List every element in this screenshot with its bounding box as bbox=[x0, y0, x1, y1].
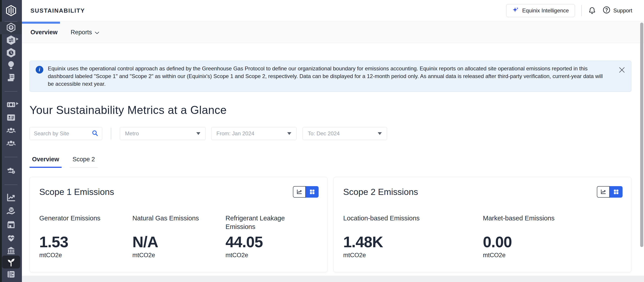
expand-caret-icon[interactable] bbox=[16, 38, 18, 40]
chevron-down-icon bbox=[95, 29, 99, 36]
filter-bar: Metro From: Jan 2024 To: Dec 2024 bbox=[30, 127, 631, 140]
transfer-hexagon-icon[interactable] bbox=[0, 35, 22, 45]
deploy-hexagon-icon[interactable] bbox=[0, 22, 22, 33]
vertical-scrollbar[interactable] bbox=[640, 22, 643, 247]
chart-view-icon[interactable] bbox=[293, 186, 306, 198]
bell-icon[interactable] bbox=[588, 6, 596, 15]
equinix-logo[interactable] bbox=[0, 4, 22, 17]
bank-icon[interactable] bbox=[0, 245, 22, 256]
storefront-icon[interactable] bbox=[0, 219, 22, 230]
metric-natural-gas-emissions: Natural Gas Emissions N/A mtCO2e bbox=[132, 214, 226, 259]
metric-unit: mtCO2e bbox=[483, 252, 622, 259]
main-content: i Equinix uses the operational control a… bbox=[22, 43, 644, 282]
metric-value: 1.48K bbox=[343, 234, 483, 250]
metric-unit: mtCO2e bbox=[39, 252, 132, 259]
metric-value: 1.53 bbox=[39, 234, 132, 250]
metric-generator-emissions: Generator Emissions 1.53 mtCO2e bbox=[39, 214, 132, 259]
metric-unit: mtCO2e bbox=[226, 252, 318, 259]
metro-select[interactable]: Metro bbox=[120, 127, 206, 140]
metric-label: Natural Gas Emissions bbox=[132, 214, 216, 232]
caret-down-icon bbox=[196, 132, 200, 135]
progress-indicator bbox=[22, 22, 60, 24]
scope-1-card: Scope 1 Emissions Generator Emissions 1.… bbox=[30, 177, 328, 272]
sidebar-divider bbox=[4, 91, 17, 92]
close-icon[interactable] bbox=[618, 66, 625, 74]
health-heart-icon[interactable] bbox=[0, 233, 22, 243]
grid-view-icon[interactable] bbox=[610, 186, 622, 198]
sparkle-icon bbox=[512, 6, 519, 15]
tab-scope-2[interactable]: Scope 2 bbox=[70, 156, 98, 168]
equinix-intelligence-button[interactable]: Equinix Intelligence bbox=[506, 4, 575, 17]
support-button[interactable]: Support bbox=[602, 6, 632, 15]
caret-down-icon bbox=[287, 132, 291, 135]
expand-caret-icon[interactable] bbox=[16, 102, 18, 105]
info-banner: i Equinix uses the operational control a… bbox=[30, 61, 631, 92]
sidebar bbox=[0, 0, 22, 282]
view-toggle bbox=[293, 186, 318, 198]
metric-market-based-emissions: Market-based Emissions 0.00 mtCO2e bbox=[483, 214, 622, 259]
metric-label: Location-based Emissions bbox=[343, 214, 427, 232]
top-header: SUSTAINABILITY Equinix Intelligence Supp… bbox=[22, 0, 644, 22]
info-banner-text: Equinix uses the operational control app… bbox=[48, 65, 608, 88]
nav-item-overview[interactable]: Overview bbox=[30, 29, 58, 36]
card-title: Scope 1 Emissions bbox=[39, 187, 114, 197]
card-title: Scope 2 Emissions bbox=[343, 187, 418, 197]
metric-label: Market-based Emissions bbox=[483, 214, 566, 232]
nav-item-reports[interactable]: Reports bbox=[71, 29, 99, 36]
sustainability-seedling-icon[interactable] bbox=[0, 257, 22, 267]
lightbulb-icon[interactable] bbox=[0, 60, 22, 70]
secondary-nav: Overview Reports bbox=[22, 22, 644, 43]
id-card-icon[interactable] bbox=[0, 112, 22, 123]
tab-overview[interactable]: Overview bbox=[30, 156, 62, 168]
metric-label: Generator Emissions bbox=[39, 214, 123, 232]
news-icon[interactable] bbox=[0, 269, 22, 280]
filter-divider bbox=[111, 128, 111, 140]
search-input[interactable] bbox=[34, 130, 92, 137]
page-heading: Your Sustainability Metrics at a Glance bbox=[30, 104, 631, 117]
metric-value: N/A bbox=[132, 234, 226, 250]
user-settings-icon[interactable] bbox=[0, 165, 22, 176]
scope-2-card: Scope 2 Emissions Location-based Emissio… bbox=[334, 177, 631, 272]
users-icon[interactable] bbox=[0, 125, 22, 136]
header-divider bbox=[581, 5, 582, 16]
metric-value: 0.00 bbox=[483, 234, 622, 250]
grid-view-icon[interactable] bbox=[306, 186, 318, 198]
metric-unit: mtCO2e bbox=[132, 252, 226, 259]
search-icon[interactable] bbox=[92, 130, 98, 138]
metric-refrigerant-leakage-emissions: Refrigerant Leakage Emissions 44.05 mtCO… bbox=[226, 214, 318, 259]
question-circle-icon bbox=[602, 6, 610, 15]
chart-view-icon[interactable] bbox=[597, 186, 610, 198]
caret-down-icon bbox=[378, 132, 382, 135]
metric-value: 44.05 bbox=[226, 234, 318, 250]
metric-location-based-emissions: Location-based Emissions 1.48K mtCO2e bbox=[343, 214, 483, 259]
sidebar-divider bbox=[4, 184, 17, 185]
site-search-box bbox=[30, 127, 102, 140]
document-icon[interactable] bbox=[0, 72, 22, 83]
metric-label: Refrigerant Leakage Emissions bbox=[226, 214, 309, 232]
page-footer-strip bbox=[22, 276, 644, 282]
analytics-icon[interactable] bbox=[0, 192, 22, 203]
to-date-select[interactable]: To: Dec 2024 bbox=[302, 127, 387, 140]
view-toggle bbox=[597, 186, 622, 198]
scope-tabs: Overview Scope 2 bbox=[30, 156, 631, 168]
sidebar-divider bbox=[4, 157, 17, 157]
users-alt-icon[interactable] bbox=[0, 138, 22, 148]
screen: SUSTAINABILITY Equinix Intelligence Supp… bbox=[0, 0, 644, 282]
page-title: SUSTAINABILITY bbox=[30, 7, 85, 14]
globe-hand-icon[interactable] bbox=[0, 206, 22, 216]
emissions-cards: Scope 1 Emissions Generator Emissions 1.… bbox=[30, 177, 631, 272]
from-date-select[interactable]: From: Jan 2024 bbox=[211, 127, 296, 140]
info-icon: i bbox=[36, 66, 43, 74]
clock-hexagon-icon[interactable] bbox=[0, 48, 22, 58]
metric-unit: mtCO2e bbox=[343, 252, 483, 259]
billing-icon[interactable] bbox=[0, 100, 22, 110]
